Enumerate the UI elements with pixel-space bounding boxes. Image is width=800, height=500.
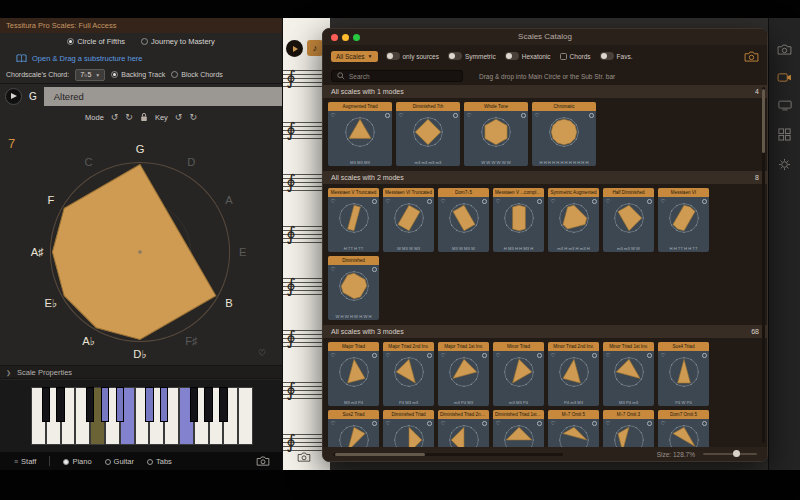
info-icon[interactable]	[647, 199, 652, 204]
favorite-heart-icon[interactable]: ♡	[441, 421, 446, 427]
favorite-heart-icon[interactable]: ♡	[331, 199, 336, 205]
piano-keyboard[interactable]	[31, 387, 253, 445]
scrollbar-thumb[interactable]	[762, 89, 765, 153]
info-icon[interactable]	[702, 421, 707, 426]
chord-select[interactable]: 7♭5▼	[75, 69, 105, 81]
piano-black-key[interactable]	[190, 387, 198, 422]
piano-black-key[interactable]	[101, 387, 109, 422]
info-icon[interactable]	[427, 353, 432, 358]
tab-tabs[interactable]: Tabs	[147, 457, 172, 466]
piano-black-key[interactable]	[204, 387, 212, 422]
info-icon[interactable]	[537, 353, 542, 358]
scale-card[interactable]: M♭7 Omit 3♡P5 m3 W	[603, 410, 654, 449]
lock-icon[interactable]	[140, 112, 148, 122]
scale-card[interactable]: Major Triad♡M3 m3 P4	[328, 342, 379, 406]
favorite-heart-icon[interactable]: ♡	[496, 353, 501, 359]
info-icon[interactable]	[427, 421, 432, 426]
favorite-heart-icon[interactable]: ♡	[606, 353, 611, 359]
favorite-heart-icon[interactable]: ♡	[551, 353, 556, 359]
favorite-heart-icon[interactable]: ♡	[331, 113, 336, 119]
favorite-heart-icon[interactable]: ♡	[496, 421, 501, 427]
window-titlebar[interactable]: Scales Catalog	[323, 29, 767, 45]
filter-chords[interactable]: Chords	[560, 53, 591, 60]
info-icon[interactable]	[372, 199, 377, 204]
scrollbar-thumb[interactable]	[335, 453, 425, 456]
note-icon[interactable]: ♪	[307, 40, 323, 56]
info-icon[interactable]	[647, 421, 652, 426]
info-icon[interactable]	[702, 199, 707, 204]
filter-only-sources[interactable]: only sources	[386, 52, 440, 60]
info-icon[interactable]	[592, 421, 597, 426]
favorite-heart-icon[interactable]: ♡	[606, 421, 611, 427]
favorite-heart-icon[interactable]: ♡	[331, 267, 336, 273]
scale-card[interactable]: Diminished Triad♡m3 m3 TT	[383, 410, 434, 449]
mode-rotate-left-button[interactable]: ↺	[111, 113, 119, 122]
drag-substructure-link[interactable]: Open & Drag a substructure here	[0, 50, 282, 66]
scale-card[interactable]: Diminished 7th♡m3 m3 m3 m3	[396, 102, 460, 166]
play-button[interactable]	[5, 88, 22, 105]
scale-card[interactable]: Augmented Triad♡M3 M3 M3	[328, 102, 392, 166]
favorite-heart-icon[interactable]: ♡	[399, 113, 404, 119]
key-rotate-right-button[interactable]: ↻	[189, 113, 197, 122]
snapshot-camera-icon[interactable]	[256, 456, 270, 466]
favorite-heart-icon[interactable]: ♡	[386, 421, 391, 427]
favorite-heart-icon[interactable]: ♡	[535, 113, 540, 119]
scale-card[interactable]: Chromatic♡H H H H H H H H H H H H	[532, 102, 596, 166]
favorite-heart-icon[interactable]: ♡	[386, 353, 391, 359]
piano-black-key[interactable]	[219, 387, 227, 422]
vertical-scrollbar[interactable]	[762, 87, 765, 443]
search-input[interactable]: Search	[331, 70, 463, 82]
tab-staff[interactable]: ≡Staff	[14, 457, 36, 466]
piano-black-key[interactable]	[145, 387, 153, 422]
info-icon[interactable]	[372, 353, 377, 358]
catalog-content[interactable]: All scales with 1 modes4Augmented Triad♡…	[323, 85, 767, 449]
scale-card[interactable]: Dom7 Omit 5♡M3 TT W	[658, 410, 709, 449]
favorite-heart-icon[interactable]: ♡	[441, 199, 446, 205]
favorite-heart-icon[interactable]: ♡	[551, 199, 556, 205]
favorite-heart-icon[interactable]: ♡	[441, 353, 446, 359]
scale-card[interactable]: Sus4 Triad♡P4 W P4	[658, 342, 709, 406]
notation-play-button[interactable]	[286, 40, 303, 57]
notation-camera-icon[interactable]	[297, 452, 311, 462]
favorite-heart-icon[interactable]: ♡	[606, 199, 611, 205]
scale-card[interactable]: Messiaen VI♡H H TT H H TT	[658, 188, 709, 252]
piano-black-key[interactable]	[116, 387, 124, 422]
scale-card[interactable]: Dom7♭5♡M3 W M3 W	[438, 188, 489, 252]
piano-black-key[interactable]	[86, 387, 94, 422]
info-icon[interactable]	[589, 113, 594, 118]
scale-card[interactable]: Major Triad 1st Inv.♡m3 P4 M3	[438, 342, 489, 406]
sidebar-camera-icon[interactable]	[777, 44, 792, 55]
sidebar-grid-icon[interactable]	[778, 128, 791, 141]
scale-card[interactable]: M♭7 Omit 5♡m3 P5 W	[548, 410, 599, 449]
info-icon[interactable]	[482, 199, 487, 204]
scale-card[interactable]: Half Diminished♡m3 m3 W W	[603, 188, 654, 252]
radio-circle-of-fifths[interactable]: Circle of Fifths	[67, 37, 125, 46]
scale-properties-bar[interactable]: ❯ Scale Properties	[0, 365, 282, 379]
circle-of-fifths[interactable]: GDAEBF♯D♭A♭E♭A♯FC	[28, 140, 252, 364]
scale-card[interactable]: Major Triad 2nd Inv.♡P4 M3 m3	[383, 342, 434, 406]
info-icon[interactable]	[427, 199, 432, 204]
horizontal-scrollbar[interactable]	[333, 453, 563, 456]
favorite-heart-icon[interactable]: ♡	[551, 421, 556, 427]
favorite-heart-icon[interactable]: ♡	[496, 199, 501, 205]
favorite-heart-icon[interactable]: ♡	[661, 353, 666, 359]
filter-hexatonic[interactable]: Hexatonic	[505, 52, 551, 60]
info-icon[interactable]	[482, 353, 487, 358]
favorite-heart-icon[interactable]: ♡	[661, 199, 666, 205]
mode-rotate-right-button[interactable]: ↻	[125, 113, 133, 122]
key-rotate-left-button[interactable]: ↺	[175, 113, 183, 122]
scale-card[interactable]: Messiaen V ...complete♡H M3 H H M3 H	[493, 188, 544, 252]
scale-card[interactable]: Minor Triad 1st Inv.♡M3 P4 m3	[603, 342, 654, 406]
scale-card[interactable]: Symmetric Augmented♡m3 H m3 H m3 H	[548, 188, 599, 252]
filter-symmetric[interactable]: Symmetric	[448, 52, 496, 60]
catalog-camera-icon[interactable]	[744, 51, 759, 62]
info-icon[interactable]	[372, 421, 377, 426]
tab-piano[interactable]: Piano	[63, 457, 91, 466]
piano-black-key[interactable]	[160, 387, 168, 422]
scale-card[interactable]: Minor Triad 2nd Inv.♡P4 m3 M3	[548, 342, 599, 406]
radio-block-chords[interactable]: Block Chords	[171, 71, 223, 78]
info-icon[interactable]	[537, 421, 542, 426]
scale-card[interactable]: Messiaen VI Truncated♡W M3 W M3	[383, 188, 434, 252]
scale-card[interactable]: Minor Triad♡m3 M3 P4	[493, 342, 544, 406]
slider-knob[interactable]	[733, 450, 740, 457]
